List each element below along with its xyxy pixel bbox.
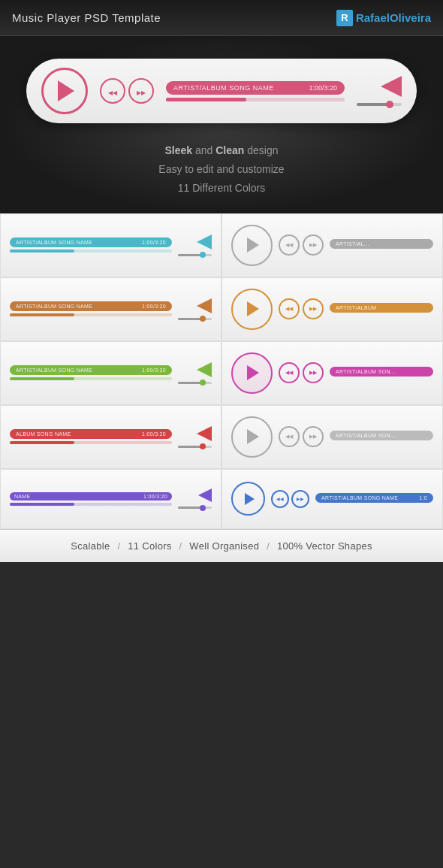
- skip-back-orange[interactable]: ◀◀: [279, 298, 300, 319]
- play-btn-orange[interactable]: [231, 289, 273, 330]
- skip-forward-button[interactable]: [128, 78, 154, 104]
- variant-brown-track: ARTIST/ALBUM SONG NAME 1:00/3:20: [0, 277, 222, 341]
- track-bar-blue: ARTIST/ALBUM SONG NAME 1:0: [315, 493, 433, 503]
- play-btn-magenta[interactable]: [231, 352, 273, 394]
- skip-fwd-blue[interactable]: ▶▶: [291, 490, 309, 508]
- volume-slider[interactable]: [357, 103, 402, 106]
- track-mini-cyan: ARTIST/ALBUM SONG NAME 1:00/3:20: [10, 237, 172, 253]
- vol-green: [178, 362, 212, 384]
- volume-fill: [357, 103, 388, 106]
- vol-cyan: [178, 234, 212, 256]
- skip-back-blue[interactable]: ◀◀: [271, 490, 289, 508]
- play-icon-blue: [245, 493, 255, 505]
- speaker-icon: [381, 76, 402, 97]
- speaker-red: [197, 426, 212, 441]
- play-btn-gray2[interactable]: [231, 416, 273, 458]
- track-mini-purple: NAME 1:00/3:20: [10, 492, 172, 506]
- vol-slider-brown[interactable]: [178, 318, 212, 320]
- skip-back-gray2[interactable]: ◀◀: [279, 426, 300, 447]
- track-bar-gray: ARTIST/AL...: [330, 239, 433, 249]
- speaker-icon-brown: [197, 298, 212, 313]
- tagline: Sleek and Clean design Easy to edit and …: [158, 141, 284, 198]
- progress-green[interactable]: [10, 377, 172, 380]
- volume-knob[interactable]: [386, 101, 393, 108]
- hero-section: ARTIST/ALBUM SONG NAME 1:00/3:20 Sleek a…: [0, 36, 443, 213]
- skip-btns-orange: ◀◀ ▶▶: [279, 298, 324, 319]
- track-info: ARTIST/ALBUM SONG NAME: [173, 84, 274, 92]
- skip-back-gray[interactable]: ◀◀: [279, 234, 300, 256]
- vol-slider-green[interactable]: [178, 382, 212, 384]
- speaker-green: [197, 362, 212, 377]
- track-time: 1:00/3:20: [309, 84, 337, 92]
- skip-btns-blue: ◀◀ ▶▶: [271, 490, 309, 508]
- progress-cyan[interactable]: [10, 250, 172, 253]
- track-bar-green: ARTIST/ALBUM SONG NAME 1:00/3:20: [10, 365, 172, 375]
- skip-back-button[interactable]: [100, 78, 125, 104]
- speaker-purple: [198, 488, 212, 502]
- track-mini-orange: ARTIST/ALBUM: [330, 303, 433, 315]
- skip-btns-gray2: ◀◀ ▶▶: [279, 426, 324, 447]
- header-title: Music Player PSD Template: [12, 11, 161, 24]
- track-section: ARTIST/ALBUM SONG NAME 1:00/3:20: [166, 81, 345, 101]
- speaker-icon-red: [197, 426, 212, 441]
- skip-fwd-gray2[interactable]: ▶▶: [303, 426, 324, 447]
- main-player: ARTIST/ALBUM SONG NAME 1:00/3:20: [26, 59, 417, 123]
- progress-fill: [166, 98, 246, 101]
- play-icon-orange: [247, 301, 259, 316]
- play-icon-magenta: [247, 365, 259, 380]
- track-bar-red: ALBUM SONG NAME 1:00/3:20: [10, 429, 172, 439]
- play-btn-blue[interactable]: [231, 482, 265, 516]
- play-icon: [58, 80, 74, 101]
- variant-gray-outline-buttons: ◀◀ ▶▶ ARTIST/ALBUM SON...: [222, 405, 443, 469]
- variant-purple-track: NAME 1:00/3:20: [0, 469, 222, 529]
- vol-brown: [178, 298, 212, 320]
- variant-orange-buttons: ◀◀ ▶▶ ARTIST/ALBUM: [222, 277, 443, 341]
- vol-slider-red[interactable]: [178, 446, 212, 448]
- logo-text: RafaelOliveira: [356, 11, 431, 24]
- tagline-clean: Clean: [215, 144, 244, 156]
- footer-text: Scalable / 11 Colors / Well Organised / …: [71, 540, 372, 552]
- footer: Scalable / 11 Colors / Well Organised / …: [0, 529, 443, 562]
- skip-back-icon: [108, 84, 117, 98]
- track-bar-magenta: ARTIST/ALBUM SON...: [330, 367, 433, 377]
- skip-fwd-orange[interactable]: ▶▶: [303, 298, 324, 319]
- header-logo: R RafaelOliveira: [336, 10, 431, 26]
- track-bar-cyan: ARTIST/ALBUM SONG NAME 1:00/3:20: [10, 237, 172, 247]
- progress-brown[interactable]: [10, 313, 172, 316]
- speaker-cyan: [197, 234, 212, 250]
- progress-purple[interactable]: [10, 503, 172, 506]
- track-bar-purple: NAME 1:00/3:20: [10, 492, 172, 501]
- play-icon-gray2: [247, 429, 259, 444]
- speaker-brown: [197, 298, 212, 313]
- vol-slider-purple[interactable]: [178, 507, 212, 509]
- vol-slider-cyan[interactable]: [178, 254, 212, 256]
- variant-magenta-buttons: ◀◀ ▶▶ ARTIST/ALBUM SON...: [222, 341, 443, 405]
- skip-fwd-magenta[interactable]: ▶▶: [303, 362, 324, 383]
- vol-red: [178, 426, 212, 448]
- play-btn-gray[interactable]: [231, 225, 273, 266]
- skip-fwd-gray[interactable]: ▶▶: [303, 234, 324, 256]
- track-bar: ARTIST/ALBUM SONG NAME 1:00/3:20: [166, 81, 345, 95]
- variant-blue-full: ◀◀ ▶▶ ARTIST/ALBUM SONG NAME 1:0: [222, 469, 443, 529]
- speaker-icon-cyan: [197, 234, 212, 250]
- speaker-icon-green: [197, 362, 212, 377]
- track-mini-gray: ARTIST/AL...: [330, 239, 433, 251]
- skip-forward-icon: [137, 84, 146, 98]
- skip-btns-magenta: ◀◀ ▶▶: [279, 362, 324, 383]
- speaker-icon-purple: [198, 488, 212, 502]
- progress-bar[interactable]: [166, 98, 345, 101]
- variant-cyan-track: ARTIST/ALBUM SONG NAME 1:00/3:20: [0, 213, 222, 277]
- skip-back-magenta[interactable]: ◀◀: [279, 362, 300, 383]
- track-mini-gray2: ARTIST/ALBUM SON...: [330, 431, 433, 443]
- progress-red[interactable]: [10, 441, 172, 444]
- track-bar-gray2: ARTIST/ALBUM SON...: [330, 431, 433, 440]
- logo-r-icon: R: [336, 10, 353, 26]
- track-bar-orange: ARTIST/ALBUM: [330, 303, 433, 313]
- tagline-sleek: Sleek: [164, 144, 192, 156]
- variant-gray-buttons: ◀◀ ▶▶ ARTIST/AL...: [222, 213, 443, 277]
- play-icon-gray: [247, 237, 259, 253]
- tagline-line3: 11 Different Colors: [158, 179, 284, 198]
- tagline-line2: Easy to edit and customize: [158, 160, 284, 179]
- play-button[interactable]: [41, 68, 88, 114]
- track-mini-red: ALBUM SONG NAME 1:00/3:20: [10, 429, 172, 444]
